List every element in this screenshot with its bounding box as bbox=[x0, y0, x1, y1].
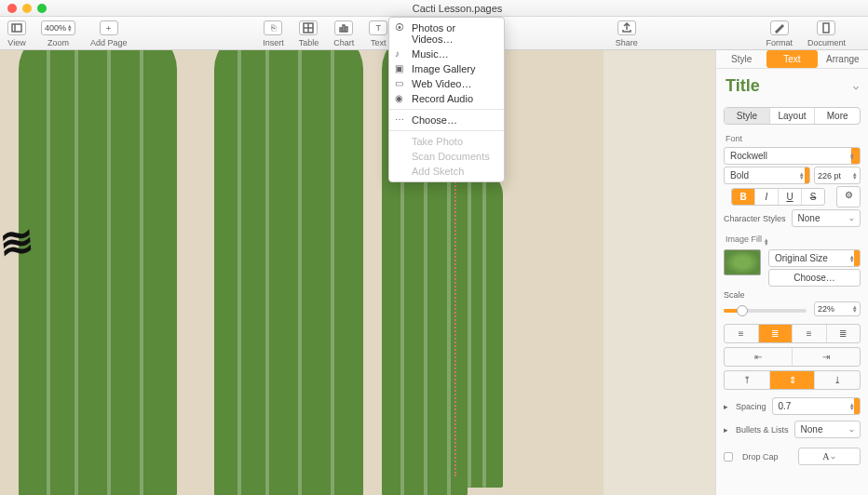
fill-mode-select[interactable]: Original Size ▴▾ bbox=[768, 249, 861, 267]
align-justify-button[interactable]: ≣ bbox=[827, 325, 861, 342]
menu-record-audio[interactable]: ◉Record Audio bbox=[389, 91, 504, 106]
italic-button[interactable]: I bbox=[755, 189, 779, 205]
dropcap-label: Drop Cap bbox=[742, 452, 793, 462]
menu-choose[interactable]: ⋯Choose… bbox=[389, 113, 504, 127]
fill-thumbnail[interactable] bbox=[724, 249, 761, 275]
menu-image-gallery[interactable]: ▣Image Gallery bbox=[389, 61, 504, 76]
zoom-window-button[interactable] bbox=[37, 4, 47, 13]
menu-music[interactable]: ♪Music… bbox=[389, 47, 504, 61]
choose-fill-button[interactable]: Choose… bbox=[768, 269, 861, 287]
window-controls bbox=[0, 4, 47, 13]
dropcap-checkbox[interactable] bbox=[724, 452, 733, 462]
menu-take-photo: Take Photo bbox=[389, 134, 504, 149]
svg-rect-6 bbox=[343, 25, 345, 32]
indent-button[interactable]: ⇥ bbox=[793, 348, 860, 366]
align-right-button[interactable]: ≡ bbox=[793, 325, 827, 342]
tab-style[interactable]: Style bbox=[716, 50, 766, 68]
stepper-icon: ▴▾ bbox=[853, 305, 857, 313]
font-family-select[interactable]: Rockwell ▴▾ bbox=[724, 147, 861, 165]
minimize-window-button[interactable] bbox=[22, 4, 32, 13]
choose-label: Choose… bbox=[793, 273, 834, 283]
font-weight-select[interactable]: Bold ▴▾ bbox=[724, 167, 810, 184]
format-button[interactable]: Format bbox=[766, 19, 793, 47]
share-button[interactable]: Share bbox=[616, 19, 638, 47]
bullets-label: Bullets & Lists bbox=[736, 425, 789, 435]
paragraph-style-picker[interactable]: Title ⌵ bbox=[716, 69, 868, 103]
insert-label: Insert bbox=[263, 38, 284, 47]
align-center-button[interactable]: ≣ bbox=[759, 325, 793, 342]
align-left-button[interactable]: ≡ bbox=[725, 325, 759, 342]
subtab-style[interactable]: Style bbox=[725, 108, 770, 124]
text-button[interactable]: T Text bbox=[369, 19, 387, 47]
menu-separator bbox=[389, 109, 504, 110]
character-styles-select[interactable]: None ⌵ bbox=[792, 209, 861, 227]
photos-icon: ⦿ bbox=[395, 22, 404, 33]
advanced-options-button[interactable]: ⚙︎ bbox=[836, 186, 861, 207]
close-window-button[interactable] bbox=[7, 4, 17, 13]
view-button[interactable]: View bbox=[7, 19, 26, 47]
strikethrough-button[interactable]: S bbox=[802, 189, 824, 205]
tab-text[interactable]: Text bbox=[766, 50, 817, 68]
ink-scribble: ≋ bbox=[0, 216, 36, 266]
menu-scan-documents: Scan Documents bbox=[389, 149, 504, 164]
zoom-control[interactable]: 400%▴▾ Zoom bbox=[41, 19, 75, 47]
subtab-layout[interactable]: Layout bbox=[770, 108, 816, 124]
web-video-icon: ▭ bbox=[395, 78, 403, 88]
zoom-label: Zoom bbox=[47, 38, 69, 47]
paragraph-style-name: Title bbox=[726, 76, 760, 96]
document-button[interactable]: Document bbox=[807, 19, 846, 47]
bullets-select[interactable]: None ⌵ bbox=[794, 421, 861, 438]
dropcap-style-select[interactable]: A ⌵ bbox=[798, 448, 861, 465]
align-middle-button[interactable]: ⇕ bbox=[770, 371, 816, 389]
scale-stepper[interactable]: 22% ▴▾ bbox=[814, 301, 861, 316]
chart-button[interactable]: Chart bbox=[333, 19, 354, 47]
zoom-value: 400% bbox=[45, 23, 66, 33]
chart-label: Chart bbox=[333, 38, 354, 47]
align-top-button[interactable]: ⤒ bbox=[725, 371, 770, 389]
document-canvas[interactable]: ≋ bbox=[0, 50, 715, 495]
cactus-graphic bbox=[214, 50, 363, 495]
indent-controls: ⇤ ⇥ bbox=[724, 347, 861, 367]
svg-rect-7 bbox=[346, 27, 347, 32]
inspector-tabs: Style Text Arrange bbox=[716, 50, 868, 69]
chevron-down-icon: ⌵ bbox=[849, 214, 854, 222]
add-page-label: Add Page bbox=[90, 38, 128, 47]
add-page-button[interactable]: ＋ Add Page bbox=[90, 19, 128, 47]
bold-button[interactable]: B bbox=[732, 189, 755, 205]
underline-button[interactable]: U bbox=[779, 189, 802, 205]
spacing-value: 0.7 bbox=[779, 401, 792, 411]
chevron-down-icon: ⌵ bbox=[831, 452, 835, 461]
character-styles-label: Character Styles bbox=[724, 214, 786, 223]
outdent-button[interactable]: ⇤ bbox=[725, 348, 793, 366]
view-label: View bbox=[7, 38, 25, 47]
font-weight-value: Bold bbox=[730, 170, 749, 181]
page-margin bbox=[604, 50, 715, 495]
scale-label: Scale bbox=[724, 290, 745, 300]
svg-rect-0 bbox=[12, 24, 21, 32]
menu-photos-videos[interactable]: ⦿Photos or Videos… bbox=[389, 20, 504, 47]
table-button[interactable]: Table bbox=[299, 19, 319, 47]
align-bottom-button[interactable]: ⤓ bbox=[815, 371, 860, 389]
menu-web-video[interactable]: ▭Web Video… bbox=[389, 76, 504, 91]
insert-button[interactable]: ⎘ Insert bbox=[263, 19, 284, 47]
dropcap-style-value: A bbox=[822, 451, 829, 462]
font-size-stepper[interactable]: 226 pt ▴▾ bbox=[814, 167, 861, 184]
document-title: Cacti Lesson.pages bbox=[47, 3, 868, 14]
horizontal-align: ≡ ≣ ≡ ≣ bbox=[724, 324, 861, 343]
character-styles-value: None bbox=[798, 213, 821, 223]
spacing-select[interactable]: 0.7 ▴▾ bbox=[772, 397, 861, 415]
disclosure-icon[interactable]: ▸ bbox=[724, 402, 728, 411]
tab-arrange[interactable]: Arrange bbox=[818, 50, 868, 68]
text-selection-indicator bbox=[454, 179, 462, 476]
microphone-icon: ◉ bbox=[395, 93, 403, 103]
font-family-value: Rockwell bbox=[730, 151, 767, 161]
ellipsis-icon: ⋯ bbox=[395, 114, 404, 125]
disclosure-icon[interactable]: ▸ bbox=[724, 425, 728, 435]
document-label: Document bbox=[807, 38, 846, 47]
gear-icon: ⚙︎ bbox=[845, 190, 853, 200]
scale-slider[interactable] bbox=[724, 309, 807, 313]
subtab-more[interactable]: More bbox=[815, 108, 860, 124]
text-subtabs: Style Layout More bbox=[724, 107, 861, 125]
svg-rect-10 bbox=[823, 23, 829, 33]
spacing-label: Spacing bbox=[736, 402, 766, 411]
